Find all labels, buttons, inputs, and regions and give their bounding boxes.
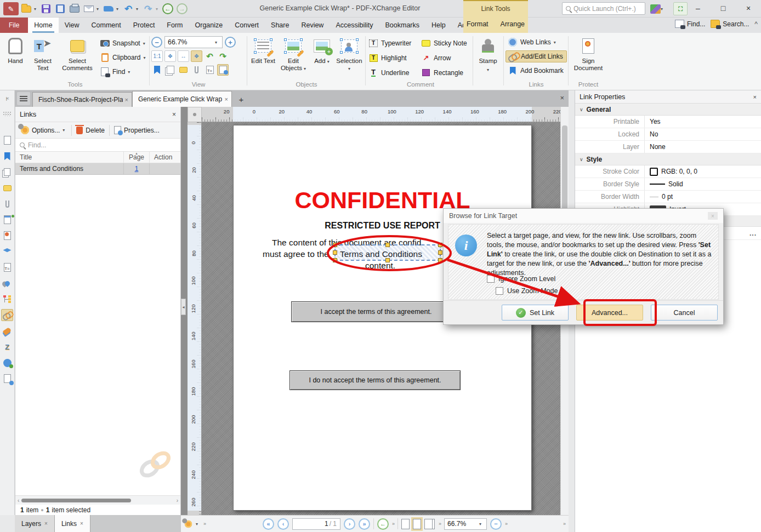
zoom-level-select[interactable]: 66.7%▾ [164,36,223,48]
new-tab-button[interactable]: + [235,93,247,105]
scrollbar-thumb[interactable] [562,125,567,219]
ribbon-tab[interactable]: Home [28,18,58,33]
select-text-button[interactable]: T➤ Select Text [29,34,57,80]
links-properties-button[interactable]: Properties... [112,125,162,135]
ribbon-tab[interactable]: Bookmarks [379,18,425,33]
section-general[interactable]: ∨ General [575,104,761,116]
pane-drag-handle[interactable] [1,108,13,120]
document-tab[interactable]: Generic Example Click Wrap *× [132,91,232,107]
close-button[interactable]: × [736,0,761,16]
tab-arrange[interactable]: Arrange [496,16,530,32]
collapse-pane-button[interactable]: |< [1,92,13,104]
ribbon-tab[interactable]: Review [295,18,330,33]
resize-handle[interactable] [333,258,337,262]
advanced-button[interactable]: Advanced... [576,305,643,321]
use-zoom-mode-checkbox[interactable]: Use Zoom Mode [496,287,558,295]
more-tools-chevron-icon[interactable]: » [563,521,565,527]
column-title[interactable]: Title [15,152,124,163]
export-view-button[interactable]: T= [204,64,215,76]
redo-button[interactable]: ↷ [141,2,155,15]
set-link-button[interactable]: ✓ Set Link [502,305,569,321]
links-horizontal-scrollbar[interactable]: ‹› [15,495,180,505]
bookmark-view-button[interactable] [151,64,163,76]
sign-document-button[interactable]: Sign Document [570,34,606,72]
minimize-button[interactable]: – [685,0,711,16]
close-properties-panel-button[interactable]: × [753,94,757,100]
web-links-button[interactable]: Web Links▾ [506,36,567,48]
resize-handle[interactable] [333,250,337,255]
pages-view-button[interactable] [164,64,176,76]
fit-page-button[interactable]: ✥ [164,50,176,62]
accept-terms-button[interactable]: I accept the terms of this agreement. [291,301,461,322]
sticky-note-button[interactable]: Sticky Note [421,36,474,50]
cancel-button[interactable]: Cancel [651,305,718,321]
print-button[interactable] [68,2,81,15]
border-style-row[interactable]: Border Style Solid [575,178,761,191]
email-button[interactable] [82,2,95,15]
attachments-pane-button[interactable] [1,198,13,210]
email-dropdown-icon[interactable]: ▾ [96,7,101,12]
add-edit-links-button[interactable]: Add/Edit Links [506,50,567,62]
close-panel-tab-icon[interactable]: × [44,520,48,527]
typewriter-button[interactable]: TTypewriter [368,36,421,50]
zoom-out-button[interactable]: − [490,518,502,530]
border-width-row[interactable]: Border Width 0 pt [575,191,761,203]
comments-view-button[interactable] [178,64,189,76]
maximize-button[interactable]: □ [711,0,736,16]
add-bookmark-button[interactable]: Add Bookmark [506,65,567,77]
close-panel-tab-icon[interactable]: × [80,520,83,527]
checkbox-icon[interactable] [496,287,503,295]
zoom-select[interactable]: 66.7%▾ [444,518,487,530]
fit-visible-button[interactable]: ✥ [191,50,202,62]
single-page-layout-button[interactable] [401,519,410,529]
pages-pane-button[interactable] [1,166,13,178]
edit-text-button[interactable]: Edit Text [249,34,277,80]
resize-handle[interactable] [438,250,442,255]
ribbon-tab[interactable]: View [59,18,86,33]
previous-view-button[interactable]: ← [377,518,389,530]
links-table-header[interactable]: Title ▴Page Action [15,152,180,163]
highlight-button[interactable]: THighlight [368,50,421,65]
clipboard-button[interactable]: Clipboard▾ [98,52,150,64]
accessibility-check-pane-button[interactable] [1,373,13,385]
undo-button[interactable]: ↶ [122,2,135,15]
options-dropdown-icon[interactable]: ▾ [196,522,200,527]
arrow-button[interactable]: ↗Arrow [421,50,474,65]
links-options-button[interactable]: Options...▾ [19,125,69,135]
column-action[interactable]: Action [150,152,180,163]
open-button[interactable] [20,2,33,15]
underline-button[interactable]: TUnderline [368,65,421,80]
save-button[interactable] [39,2,53,15]
ellipsis-button[interactable]: ... [749,230,757,237]
app-logo-icon[interactable]: ✎ [3,2,19,15]
go-forward-button[interactable]: → [175,2,189,15]
scan-button[interactable] [102,2,115,15]
view-options-gear-icon[interactable] [185,520,192,528]
add-object-button[interactable]: + Add ▾ [309,34,334,80]
first-page-button[interactable]: « [263,518,274,530]
ribbon-tab[interactable]: Help [425,18,452,33]
property-row[interactable]: Printable Yes [575,116,761,128]
close-tab-icon[interactable]: × [225,96,228,102]
ribbon-tab[interactable]: Comment [86,18,127,33]
ribbon-tab[interactable]: Convert [229,18,265,33]
ui-options-button[interactable]: ▾ [650,2,669,15]
stamp-button[interactable]: Stamp ▾ [474,34,502,73]
hand-tool-button[interactable]: Hand [2,34,29,80]
zorder-pane-button[interactable]: Z [1,341,13,353]
close-tab-icon[interactable]: × [125,96,128,103]
undo-dropdown-icon[interactable]: ▾ [136,7,140,12]
splitter-collapse-button[interactable]: ◂ [181,299,186,315]
go-back-button[interactable]: ← [161,2,174,15]
ignore-zoom-level-checkbox[interactable]: Ignore Zoom Level [487,275,555,283]
property-row[interactable]: Layer None [575,141,761,153]
attachments-view-button[interactable] [191,64,202,76]
document-tab[interactable]: Fisch-Shoe-Rack-Project-Plan× [32,92,132,107]
checkbox-icon[interactable] [487,275,495,283]
select-comments-button[interactable]: Select Comments [57,34,98,80]
resize-handle[interactable] [438,258,442,262]
color-swatch[interactable] [650,168,658,176]
resize-handle[interactable] [385,258,390,262]
zoom-chevron-icon[interactable]: » [505,521,507,527]
tab-menu-button[interactable] [17,92,30,105]
